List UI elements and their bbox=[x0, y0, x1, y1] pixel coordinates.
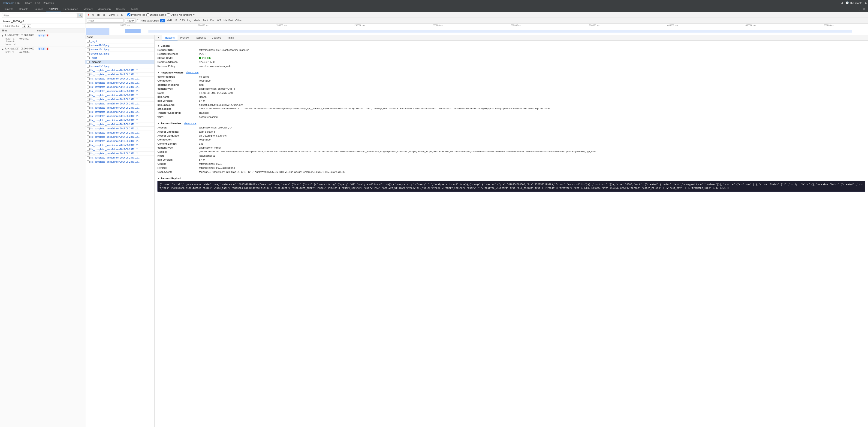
tab-console[interactable]: Console bbox=[16, 6, 31, 12]
req-checkbox[interactable] bbox=[87, 44, 90, 47]
network-filter-input[interactable] bbox=[87, 19, 124, 23]
detail-tab-preview[interactable]: Preview bbox=[178, 35, 192, 40]
req-checkbox[interactable] bbox=[87, 94, 90, 97]
list-item[interactable]: _mget bbox=[85, 39, 154, 44]
list-item[interactable]: list_completed_since?since=2017-06-23T01… bbox=[85, 147, 154, 151]
list-item[interactable]: _mget bbox=[85, 56, 154, 60]
table-row[interactable]: ▶ July 31st 2017, 09:00:00.000 group: ▮ … bbox=[0, 33, 85, 47]
filter-css-button[interactable]: CSS bbox=[179, 19, 186, 22]
list-item[interactable]: favicon-32x32.png bbox=[85, 44, 154, 48]
detail-tab-cookies[interactable]: Cookies bbox=[209, 35, 224, 40]
req-checkbox[interactable] bbox=[87, 56, 90, 59]
disable-cache-checkbox[interactable] bbox=[146, 13, 149, 17]
req-checkbox[interactable] bbox=[87, 40, 90, 43]
nav-prev-button[interactable]: ◀ bbox=[840, 1, 844, 5]
offline-label[interactable]: Offline bbox=[167, 13, 178, 17]
req-checkbox[interactable] bbox=[87, 52, 90, 55]
list-item[interactable]: list_completed_since?since=2017-06-23T01… bbox=[85, 93, 154, 97]
list-item[interactable]: list_completed_since?since=2017-06-23T01… bbox=[85, 106, 154, 110]
list-item[interactable]: favicon-16x16.png bbox=[85, 64, 154, 68]
req-checkbox[interactable] bbox=[87, 102, 90, 105]
reporting-button[interactable]: Reporting bbox=[41, 1, 55, 5]
filter-other-button[interactable]: Other bbox=[235, 19, 243, 22]
preserve-log-checkbox[interactable] bbox=[127, 13, 130, 17]
list-item[interactable]: list_completed_since?since=2017-06-23T01… bbox=[85, 97, 154, 102]
nav-next-button[interactable]: ▶ bbox=[864, 1, 868, 5]
table-row[interactable]: ▶ July 31st 2017, 09:00:00.000 group: ▮ … bbox=[0, 47, 85, 54]
detail-close-button[interactable]: ✕ bbox=[155, 35, 162, 40]
req-checkbox[interactable] bbox=[87, 106, 90, 109]
list-item[interactable]: list_completed_since?since=2017-06-23T01… bbox=[85, 114, 154, 118]
request-headers-section-header[interactable]: ▼ Request Headers view source bbox=[157, 122, 865, 125]
req-checkbox[interactable] bbox=[87, 85, 90, 88]
tab-application[interactable]: Application bbox=[96, 6, 114, 12]
preserve-log-label[interactable]: Preserve log bbox=[127, 13, 146, 17]
list-item[interactable]: list_completed_since?since=2017-06-23T01… bbox=[85, 143, 154, 147]
list-item[interactable]: list_completed_since?since=2017-06-23T01… bbox=[85, 156, 154, 160]
capture-screenshot-button[interactable]: ▣ bbox=[96, 13, 101, 17]
list-item[interactable]: list_completed_since?since=2017-06-23T01… bbox=[85, 73, 154, 77]
req-checkbox[interactable] bbox=[87, 48, 90, 51]
req-checkbox[interactable] bbox=[87, 98, 90, 101]
filter-font-button[interactable]: Font bbox=[202, 19, 209, 22]
date-range-selector[interactable]: 🕐 This month bbox=[844, 1, 864, 4]
req-checkbox[interactable] bbox=[87, 131, 90, 134]
offline-checkbox[interactable] bbox=[167, 13, 170, 17]
regex-button[interactable]: Regex bbox=[125, 19, 136, 23]
request-view-source-link[interactable]: view source bbox=[184, 122, 196, 125]
tab-elements[interactable]: Elements bbox=[0, 6, 16, 12]
hide-data-urls-label[interactable]: Hide data URLs bbox=[137, 19, 159, 22]
filter-all-button[interactable]: All bbox=[160, 19, 165, 22]
response-headers-section-header[interactable]: ▼ Response Headers view source bbox=[157, 71, 865, 74]
req-checkbox[interactable] bbox=[87, 144, 90, 147]
filter-input[interactable] bbox=[2, 13, 77, 18]
req-checkbox[interactable] bbox=[87, 110, 90, 113]
list-item[interactable]: list_completed_since?since=2017-06-23T01… bbox=[85, 139, 154, 143]
filter-js-button[interactable]: JS bbox=[174, 19, 178, 22]
req-checkbox[interactable] bbox=[87, 127, 90, 130]
row-expand-icon[interactable]: ▶ bbox=[2, 48, 4, 50]
filter-submit-button[interactable]: 🔍 bbox=[77, 13, 83, 18]
list-item[interactable]: list_completed_since?since=2017-06-23T01… bbox=[85, 118, 154, 122]
discover-next-button[interactable]: ▶ bbox=[27, 24, 31, 28]
record-button[interactable]: ● bbox=[87, 13, 90, 17]
tab-security[interactable]: Security bbox=[113, 6, 128, 12]
devtools-more-button[interactable]: ✕ bbox=[862, 7, 867, 11]
devtools-settings-button[interactable]: ⋮ bbox=[857, 7, 862, 11]
share-button[interactable]: Share bbox=[24, 1, 33, 5]
tab-memory[interactable]: Memory bbox=[81, 6, 96, 12]
req-checkbox[interactable] bbox=[87, 90, 90, 93]
list-item[interactable]: list_completed_since?since=2017-06-23T01… bbox=[85, 122, 154, 126]
filter-xhr-button[interactable]: XHR bbox=[166, 19, 173, 22]
detail-tab-headers[interactable]: Headers bbox=[162, 35, 178, 40]
list-item[interactable]: favicon-32x32.png bbox=[85, 52, 154, 56]
edit-button[interactable]: Edit bbox=[34, 1, 41, 5]
list-item[interactable]: list_completed_since?since=2017-06-23T01… bbox=[85, 135, 154, 139]
req-checkbox[interactable] bbox=[87, 73, 90, 76]
filter-doc-button[interactable]: Doc bbox=[209, 19, 216, 22]
detail-tab-timing[interactable]: Timing bbox=[224, 35, 237, 40]
detail-tab-response[interactable]: Response bbox=[192, 35, 209, 40]
request-payload-section-header[interactable]: ▼ Request Payload bbox=[157, 177, 865, 180]
clear-button[interactable]: ⊞ bbox=[101, 13, 106, 17]
list-item[interactable]: list_completed_since?since=2017-06-23T01… bbox=[85, 126, 154, 131]
req-checkbox[interactable] bbox=[87, 81, 90, 84]
list-item[interactable]: list_completed_since?since=2017-06-23T01… bbox=[85, 102, 154, 106]
view-list-button[interactable]: ≡ bbox=[116, 13, 119, 17]
req-checkbox[interactable] bbox=[87, 140, 90, 143]
throttling-selector[interactable]: No throttling ▾ bbox=[179, 13, 194, 17]
list-item[interactable]: list_completed_since?since=2017-06-23T01… bbox=[85, 131, 154, 135]
breadcrumb-home[interactable]: Dashboard bbox=[2, 2, 14, 4]
tab-sources[interactable]: Sources bbox=[31, 6, 46, 12]
hide-data-urls-checkbox[interactable] bbox=[137, 19, 140, 22]
filter-manifest-button[interactable]: Manifest bbox=[222, 19, 234, 22]
list-item[interactable]: list_completed_since?since=2017-06-23T01… bbox=[85, 81, 154, 85]
list-item-msearch[interactable]: _msearch bbox=[85, 60, 154, 64]
discover-prev-button[interactable]: ◀ bbox=[22, 24, 26, 28]
req-checkbox[interactable] bbox=[87, 160, 90, 163]
list-item[interactable]: list_completed_since?since=2017-06-23T01… bbox=[85, 110, 154, 114]
req-checkbox[interactable] bbox=[87, 152, 90, 155]
stop-record-button[interactable]: ⊘ bbox=[91, 13, 95, 17]
list-item[interactable]: list_completed_since?since=2017-06-23T01… bbox=[85, 89, 154, 93]
general-section-header[interactable]: ▼ General bbox=[157, 45, 865, 47]
